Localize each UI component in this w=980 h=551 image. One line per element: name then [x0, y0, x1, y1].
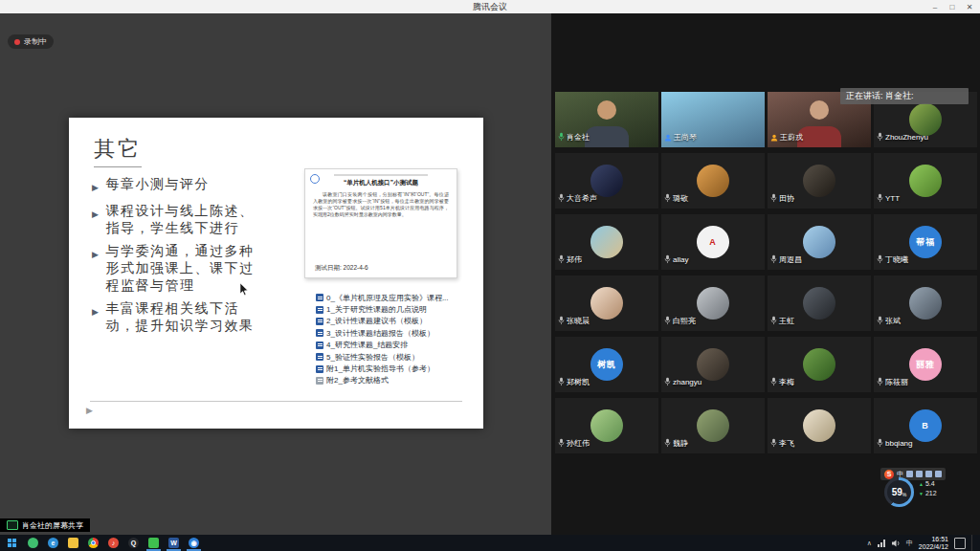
taskbar-app-qq-music[interactable]: ♪ — [103, 535, 123, 551]
taskbar-app-browser-360[interactable] — [23, 535, 43, 551]
taskbar-app-chrome[interactable] — [83, 535, 103, 551]
doc-title: “单片机人机接口”小测试题 — [305, 179, 457, 187]
input-method-indicator[interactable]: 中 — [906, 539, 913, 548]
taskbar-app-word[interactable]: W — [164, 535, 184, 551]
participant-tile[interactable]: 周遐昌 — [768, 214, 871, 270]
taskbar-app-wechat[interactable] — [144, 535, 164, 551]
close-button[interactable]: ✕ — [961, 0, 978, 13]
participant-tile[interactable]: 大音希声 — [555, 153, 658, 209]
bullet-marker-icon: ▶ — [92, 303, 100, 334]
sogou-tool-icon[interactable] — [935, 471, 942, 477]
slide-title: 其它 — [94, 135, 142, 167]
speaking-banner: 正在讲话: 肖金社: — [840, 88, 969, 104]
maximize-button[interactable]: □ — [944, 0, 961, 13]
taskbar-app-qq[interactable]: Q — [123, 535, 144, 551]
mic-icon — [664, 251, 671, 268]
seal-icon — [310, 174, 320, 184]
participant-tile[interactable]: 田协 — [768, 153, 871, 209]
taskbar-app-tencent-meeting[interactable]: ◉ — [184, 535, 204, 551]
bullet-item: ▶每章小测与评分 — [92, 175, 266, 196]
browser-360-icon — [28, 538, 38, 548]
participant-name: 王虹 — [779, 316, 794, 326]
mic-icon — [558, 251, 565, 268]
screen-share-icon — [7, 520, 18, 530]
person-head-silhouette — [810, 100, 829, 120]
sogou-tool-icon[interactable] — [925, 471, 932, 477]
taskbar-clock[interactable]: 16:51 2022/4/12 — [919, 536, 948, 551]
participant-avatar — [590, 409, 623, 442]
participant-name: zhangyu — [673, 378, 702, 386]
participant-tile[interactable]: YTT — [874, 153, 977, 209]
file-list-item: 1_关于研究性课题的几点说明 — [316, 303, 473, 315]
hidden-icons-chevron[interactable]: ∧ — [867, 540, 872, 547]
sogou-tool-icon[interactable] — [916, 471, 923, 477]
participant-namebar: zhangyu — [664, 373, 702, 390]
participant-tile[interactable]: Bbbqiang — [874, 398, 977, 453]
shared-screen-area: 录制中 其它 ▶每章小测与评分▶课程设计与线上陈述、指导，学生线下进行▶与学委沟… — [0, 13, 551, 535]
participant-tile[interactable]: 张晓晨 — [555, 276, 658, 331]
participant-tile[interactable]: 魏静 — [661, 398, 765, 453]
participant-tile[interactable]: 张斌 — [874, 276, 977, 331]
participant-namebar: allay — [664, 251, 688, 268]
file-label: 1_关于研究性课题的几点说明 — [326, 304, 427, 315]
participant-tile[interactable]: 李梅 — [768, 337, 871, 392]
participant-tile[interactable]: 帮福丁晓曦 — [874, 214, 977, 270]
taskbar-app-file-explorer[interactable] — [63, 535, 83, 551]
participant-name: bbqiang — [885, 439, 912, 448]
gauge-value: 59 — [892, 487, 902, 497]
action-center-icon[interactable] — [954, 538, 966, 549]
participant-tile[interactable]: 树凯郑树凯 — [555, 337, 658, 392]
participant-name: ZhouZhenyu — [885, 133, 928, 142]
participant-namebar: bbqiang — [877, 434, 912, 452]
participant-namebar: 郑伟 — [558, 251, 582, 268]
participant-tile[interactable]: 郑伟 — [555, 214, 658, 270]
show-desktop-button[interactable] — [971, 535, 975, 551]
minimize-button[interactable]: – — [926, 0, 944, 13]
mic-icon — [664, 312, 671, 329]
participant-avatar — [803, 409, 835, 442]
participant-name: allay — [673, 255, 688, 264]
document-icon — [316, 377, 323, 385]
person-body-silhouette — [797, 126, 841, 147]
participant-tile[interactable]: 王尚琴 — [661, 92, 765, 147]
recording-label: 录制中 — [24, 36, 47, 47]
participant-avatar — [803, 287, 835, 320]
participant-tile[interactable]: 孙红伟 — [555, 398, 658, 453]
sogou-tools — [906, 471, 942, 477]
participant-tile[interactable]: 王虹 — [768, 276, 871, 331]
start-button[interactable] — [0, 535, 23, 551]
participant-namebar: 王蔚戎 — [770, 128, 803, 145]
participant-tile[interactable]: 璐敬 — [661, 153, 765, 209]
taskbar-app-edge[interactable]: e — [43, 535, 63, 551]
mic-icon — [877, 373, 883, 390]
participant-avatar: 树凯 — [590, 348, 623, 381]
volume-icon[interactable] — [892, 540, 901, 547]
participant-namebar: YTT — [877, 189, 900, 207]
participant-tile[interactable]: zhangyu — [661, 337, 765, 392]
chrome-icon — [88, 538, 99, 548]
mic-icon — [877, 251, 883, 268]
performance-gauge[interactable]: 59 % — [884, 477, 914, 507]
participant-grid: 肖金社王尚琴王蔚戎ZhouZhenyu大音希声璐敬田协YTT郑伟Aallay周遐… — [555, 92, 977, 453]
network-icon[interactable] — [878, 540, 886, 547]
participant-avatar — [697, 409, 729, 442]
participant-tile[interactable]: Aallay — [661, 214, 765, 270]
doc-body: 该教室门口安装两个按钮，分别标有“IN”和“OUT”。每位进入教室的同学被要求按… — [313, 191, 449, 218]
file-label: 0_《单片机原理及应用实验》课程... — [326, 293, 449, 303]
participant-tile[interactable]: 丽雅陈筱丽 — [874, 337, 977, 392]
participant-name: 李梅 — [779, 377, 794, 387]
net-down-row: ▼ 212 — [919, 489, 937, 498]
participant-tile[interactable]: 肖金社 — [555, 92, 658, 147]
document-preview: “单片机人机接口”小测试题 该教室门口安装两个按钮，分别标有“IN”和“OUT”… — [304, 168, 457, 278]
file-label: 2_设计性课题建议书（模板） — [326, 316, 427, 326]
bullet-item: ▶课程设计与线上陈述、指导，学生线下进行 — [92, 202, 266, 236]
sogou-tool-icon[interactable] — [906, 471, 913, 477]
participant-avatar: 丽雅 — [909, 348, 942, 381]
qq-music-icon: ♪ — [108, 538, 119, 548]
participant-tile[interactable]: 白熙亮 — [661, 276, 765, 331]
participant-tile[interactable]: 李飞 — [768, 398, 871, 453]
participant-namebar: 丁晓曦 — [877, 251, 908, 268]
sogou-logo-icon[interactable]: S — [884, 470, 894, 479]
participant-namebar: 田协 — [770, 189, 794, 207]
up-arrow-icon: ▲ — [919, 479, 924, 489]
